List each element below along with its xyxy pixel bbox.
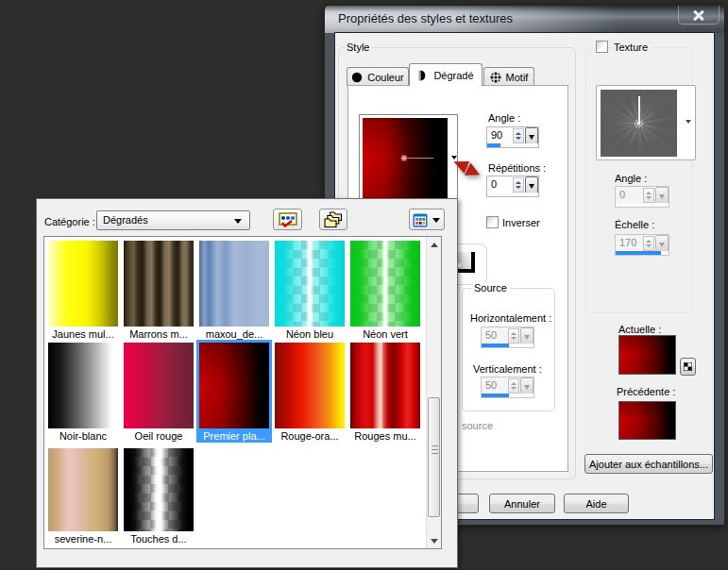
- gradient-thumb-jaunes[interactable]: [48, 241, 118, 327]
- gradient-preview-control[interactable]: [359, 114, 458, 201]
- gradient-item-label: Rouge-ora...: [275, 430, 345, 443]
- repetitions-updown-buttons[interactable]: [513, 177, 524, 193]
- echelle-updown-buttons: [643, 236, 654, 251]
- scrollbar-thumb[interactable]: [428, 397, 440, 517]
- echelle-label: Échelle :: [615, 219, 654, 230]
- repetitions-slider-dropdown[interactable]: [525, 176, 538, 193]
- categorie-combobox[interactable]: Dégradés: [96, 210, 250, 230]
- gradient-item[interactable]: Oeil rouge: [124, 343, 194, 443]
- horizontalement-spinner[interactable]: 50: [481, 327, 534, 348]
- texture-angle-label: Angle :: [615, 173, 647, 184]
- swatches-edit-icon: [278, 211, 298, 228]
- texture-checkbox[interactable]: [596, 41, 608, 53]
- tab-degrade-label: Dégradé: [433, 70, 473, 81]
- view-mode-button[interactable]: [409, 209, 445, 230]
- inverser-checkbox[interactable]: [486, 216, 499, 228]
- screen: { "dialog": { "title": "Propriétés des s…: [0, 0, 728, 570]
- tab-couleur[interactable]: Couleur: [347, 67, 409, 86]
- spinner-value-track: [482, 394, 533, 397]
- categorie-label: Catégorie :: [44, 216, 95, 227]
- horizontalement-updown-buttons: [508, 328, 519, 344]
- tab-degrade[interactable]: Dégradé: [409, 63, 483, 86]
- annotation-arrow-icon: [451, 159, 485, 183]
- gradient-thumb-rouge-orange[interactable]: [275, 343, 345, 428]
- repetitions-value[interactable]: 0: [491, 177, 497, 191]
- current-swatch: [618, 335, 676, 375]
- help-button[interactable]: Aide: [564, 494, 629, 513]
- scroll-up-arrow-icon[interactable]: [431, 239, 438, 247]
- gradient-thumb-noir-blanc[interactable]: [48, 343, 118, 428]
- tab-motif-label: Motif: [506, 72, 529, 83]
- gradient-preview-image: [363, 118, 448, 198]
- close-button[interactable]: [678, 6, 720, 25]
- gradient-thumb-oeil-rouge[interactable]: [124, 343, 194, 428]
- gradient-item-label: Jaunes mul...: [48, 328, 118, 341]
- gradient-item[interactable]: Noir-blanc: [48, 343, 118, 443]
- gradient-thumb-severine[interactable]: [48, 448, 118, 531]
- folders-icon: [324, 211, 343, 229]
- angle-label: Angle :: [488, 112, 520, 124]
- actuelle-label: Actuelle :: [618, 324, 661, 335]
- spinner-value-track: [487, 193, 538, 196]
- gradient-item[interactable]: maxou_de...: [199, 241, 269, 341]
- gradient-item[interactable]: severine-n...: [48, 448, 118, 545]
- tab-motif[interactable]: Motif: [483, 67, 534, 86]
- spinner-value-track: [487, 143, 538, 147]
- gradient-item[interactable]: Jaunes mul...: [48, 241, 118, 341]
- help-label: Aide: [585, 498, 606, 510]
- verticalement-spinner[interactable]: 50: [481, 377, 534, 398]
- texture-angle-updown-buttons: [643, 188, 654, 203]
- gradient-thumb-marrons[interactable]: [124, 241, 194, 327]
- cancel-label: Annuler: [504, 498, 540, 510]
- swatch-options-button[interactable]: [680, 358, 696, 376]
- color-tab-icon: [351, 72, 363, 83]
- texture-angle-spinner[interactable]: 0: [615, 186, 669, 208]
- categorie-value: Dégradés: [103, 214, 148, 226]
- horizontalement-value: 50: [485, 328, 497, 342]
- gradient-item-label: Oeil rouge: [124, 430, 194, 443]
- gradient-thumb-touches[interactable]: [124, 448, 194, 531]
- gradient-item-selected[interactable]: Premier pla...: [199, 343, 269, 443]
- gradient-item[interactable]: Marrons m...: [124, 241, 194, 341]
- gradient-item-label: Néon vert: [350, 328, 420, 341]
- gradient-thumb-premier-plan[interactable]: [199, 343, 269, 428]
- close-icon: [693, 9, 704, 20]
- dialog-titlebar[interactable]: Propriétés des styles et textures: [325, 6, 724, 33]
- gradient-item[interactable]: Rouge-ora...: [275, 343, 345, 443]
- angle-slider-dropdown[interactable]: [525, 127, 538, 144]
- scroll-down-arrow-icon[interactable]: [431, 539, 438, 547]
- texture-dropdown-arrow[interactable]: [686, 120, 691, 126]
- file-locations-button[interactable]: [319, 209, 347, 230]
- texture-preview-control[interactable]: [596, 85, 696, 160]
- gradient-thumb-neon-vert[interactable]: [350, 241, 420, 327]
- gradient-list: Jaunes mul... Marrons m... maxou_de... N…: [43, 236, 442, 549]
- gradient-item-label: Rouges mu...: [350, 430, 420, 443]
- previous-swatch: [618, 401, 676, 440]
- edit-paths-button[interactable]: [273, 209, 302, 230]
- gradient-item[interactable]: Néon bleu: [275, 241, 345, 341]
- gradient-item[interactable]: Rouges mu...: [350, 343, 420, 443]
- gradient-item[interactable]: Néon vert: [350, 241, 420, 341]
- gradient-item-label: Marrons m...: [124, 328, 194, 341]
- dialog-title: Propriétés des styles et textures: [338, 6, 513, 33]
- view-dropdown-arrow: [432, 218, 440, 226]
- gradient-tab-icon: [417, 70, 429, 81]
- angle-spinner[interactable]: 90: [486, 126, 539, 148]
- angle-value-bar: [487, 143, 500, 147]
- repetitions-spinner[interactable]: 0: [486, 176, 539, 197]
- gradient-item[interactable]: Touches d...: [124, 448, 194, 545]
- angle-value[interactable]: 90: [491, 128, 502, 142]
- cancel-button[interactable]: Annuler: [489, 494, 555, 513]
- list-scrollbar[interactable]: [426, 237, 441, 548]
- angle-updown-buttons[interactable]: [513, 128, 524, 143]
- texture-center-marker: [633, 117, 645, 129]
- inverser-label: Inverser: [502, 217, 540, 228]
- pattern-tab-icon: [490, 72, 501, 83]
- gradient-thumb-maxou[interactable]: [199, 241, 269, 327]
- add-to-swatches-button[interactable]: Ajouter aux échantillons...: [584, 454, 713, 474]
- gradient-palette-popup: Catégorie : Dégradés: [36, 198, 458, 568]
- echelle-spinner[interactable]: 170: [615, 234, 669, 256]
- gradient-thumb-rouges-multiples[interactable]: [350, 343, 420, 428]
- verticalement-slider-dropdown: [520, 377, 533, 394]
- gradient-thumb-neon-bleu[interactable]: [275, 241, 345, 327]
